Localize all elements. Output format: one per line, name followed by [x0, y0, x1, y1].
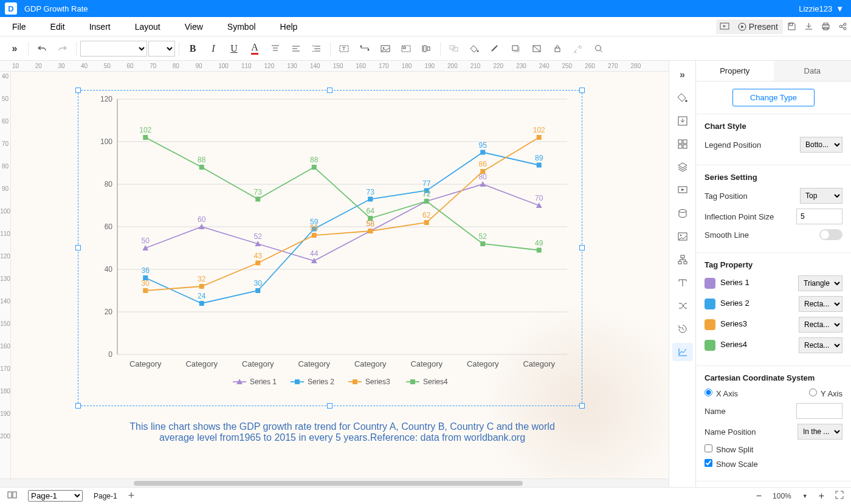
- chart-tool-icon[interactable]: [672, 343, 693, 361]
- change-type-button[interactable]: Change Type: [732, 89, 815, 106]
- svg-text:44: 44: [310, 249, 319, 258]
- series-shape-select[interactable]: Recta...: [799, 317, 842, 333]
- resize-handle[interactable]: [75, 88, 81, 93]
- save-icon[interactable]: [783, 19, 800, 34]
- image-icon[interactable]: [376, 40, 395, 58]
- zoom-dropdown-icon[interactable]: ▼: [802, 493, 808, 499]
- textbox-icon[interactable]: T: [334, 40, 354, 58]
- xaxis-radio-label[interactable]: X Axis: [705, 388, 738, 398]
- grid-tool-icon[interactable]: [672, 135, 693, 153]
- menu-help[interactable]: Help: [268, 22, 310, 32]
- resize-handle[interactable]: [579, 403, 585, 409]
- yaxis-radio-label[interactable]: Y Axis: [809, 388, 842, 398]
- horizontal-align-icon[interactable]: [286, 40, 306, 58]
- show-scale-checkbox[interactable]: [705, 459, 712, 467]
- menu-edit[interactable]: Edit: [38, 22, 77, 32]
- shuffle-tool-icon[interactable]: [672, 297, 693, 315]
- tag-property-heading: Tag Property: [705, 260, 842, 269]
- present-button[interactable]: Present: [733, 19, 783, 34]
- shadow-icon[interactable]: [506, 40, 526, 58]
- italic-icon[interactable]: I: [204, 40, 223, 58]
- redo-icon[interactable]: [53, 40, 72, 58]
- export-tool-icon[interactable]: [672, 112, 693, 130]
- line-style-icon[interactable]: [486, 40, 505, 58]
- align-objects-icon[interactable]: [417, 40, 436, 58]
- legend-position-select[interactable]: Botto...: [800, 137, 842, 153]
- resize-handle[interactable]: [75, 403, 81, 409]
- image-tool-icon[interactable]: [672, 227, 693, 246]
- pages-icon[interactable]: [7, 491, 17, 501]
- font-family-select[interactable]: [80, 41, 147, 57]
- page-select[interactable]: Page-1: [28, 490, 83, 502]
- vertical-align-icon[interactable]: [266, 40, 285, 58]
- history-tool-icon[interactable]: [672, 320, 693, 338]
- text-tool-icon[interactable]: [672, 274, 693, 292]
- smooth-line-toggle[interactable]: [819, 229, 842, 240]
- show-scale-checkbox-label[interactable]: Show Scale: [705, 459, 758, 469]
- menu-symbol[interactable]: Symbol: [215, 22, 268, 32]
- show-split-checkbox-label[interactable]: Show Split: [705, 444, 753, 454]
- fill-tool-icon[interactable]: [672, 89, 693, 107]
- inflection-size-input[interactable]: [796, 209, 842, 224]
- name-position-select[interactable]: In the ...: [798, 424, 842, 440]
- menu-file[interactable]: File: [0, 22, 38, 32]
- series-shape-select[interactable]: Recta...: [799, 296, 842, 312]
- caption-text[interactable]: This line chart shows the GDP growth rat…: [117, 421, 567, 443]
- svg-rect-2: [790, 23, 793, 26]
- underline-icon[interactable]: U: [224, 40, 244, 58]
- layers-tool-icon[interactable]: [672, 158, 693, 176]
- tab-property[interactable]: Property: [696, 61, 774, 81]
- share-icon[interactable]: [834, 19, 851, 34]
- undo-icon[interactable]: [32, 40, 52, 58]
- font-color-icon[interactable]: A: [245, 40, 264, 58]
- present-tool-icon[interactable]: [672, 181, 693, 199]
- theme-icon[interactable]: [527, 40, 546, 58]
- tab-data[interactable]: Data: [774, 61, 852, 81]
- resize-handle[interactable]: [327, 88, 332, 93]
- statusbar: Page-1 Page-1 + − 100% ▼ +: [0, 487, 851, 504]
- user-menu[interactable]: Lizzie123 ▼: [799, 4, 851, 13]
- xaxis-radio[interactable]: [705, 388, 712, 396]
- fill-icon[interactable]: [465, 40, 484, 58]
- orgchart-tool-icon[interactable]: [672, 250, 693, 269]
- series-shape-select[interactable]: Triangle: [798, 275, 842, 291]
- font-size-select[interactable]: [148, 41, 175, 57]
- canvas[interactable]: 020406080100120CategoryCategoryCategoryC…: [11, 72, 669, 478]
- menu-view[interactable]: View: [173, 22, 215, 32]
- resize-handle[interactable]: [75, 245, 81, 250]
- lock-icon[interactable]: [548, 40, 567, 58]
- chevrons-right-icon[interactable]: »: [5, 40, 24, 58]
- zoom-level[interactable]: 100%: [773, 492, 791, 500]
- print-icon[interactable]: [817, 19, 834, 34]
- slideshow-icon[interactable]: [716, 19, 733, 34]
- zoom-in-icon[interactable]: +: [819, 491, 824, 502]
- zoom-out-icon[interactable]: −: [756, 491, 762, 502]
- line-chart[interactable]: 020406080100120CategoryCategoryCategoryC…: [81, 93, 579, 403]
- svg-text:100: 100: [100, 137, 112, 146]
- axis-name-input[interactable]: [796, 403, 842, 419]
- bold-icon[interactable]: B: [183, 40, 202, 58]
- current-page-label[interactable]: Page-1: [94, 492, 117, 500]
- group-icon[interactable]: [444, 40, 464, 58]
- resize-handle[interactable]: [579, 88, 585, 93]
- series-shape-select[interactable]: Recta...: [799, 337, 842, 353]
- tools-icon[interactable]: [568, 40, 588, 58]
- svg-text:Category: Category: [354, 359, 387, 368]
- container-icon[interactable]: [396, 40, 416, 58]
- search-icon[interactable]: [589, 40, 608, 58]
- resize-handle[interactable]: [327, 403, 332, 409]
- connector-icon[interactable]: [355, 40, 374, 58]
- tag-position-select[interactable]: Top: [800, 188, 842, 204]
- h-scrollbar[interactable]: [0, 478, 669, 487]
- collapse-rail-icon[interactable]: »: [672, 66, 693, 84]
- line-spacing-icon[interactable]: [307, 40, 326, 58]
- menu-insert[interactable]: Insert: [77, 22, 123, 32]
- yaxis-radio[interactable]: [809, 388, 817, 396]
- show-split-checkbox[interactable]: [705, 444, 712, 452]
- resize-handle[interactable]: [579, 245, 585, 250]
- add-page-icon[interactable]: +: [128, 489, 135, 502]
- fullscreen-icon[interactable]: [835, 491, 844, 501]
- download-icon[interactable]: [800, 19, 817, 34]
- data-tool-icon[interactable]: [672, 204, 693, 223]
- menu-layout[interactable]: Layout: [123, 22, 173, 32]
